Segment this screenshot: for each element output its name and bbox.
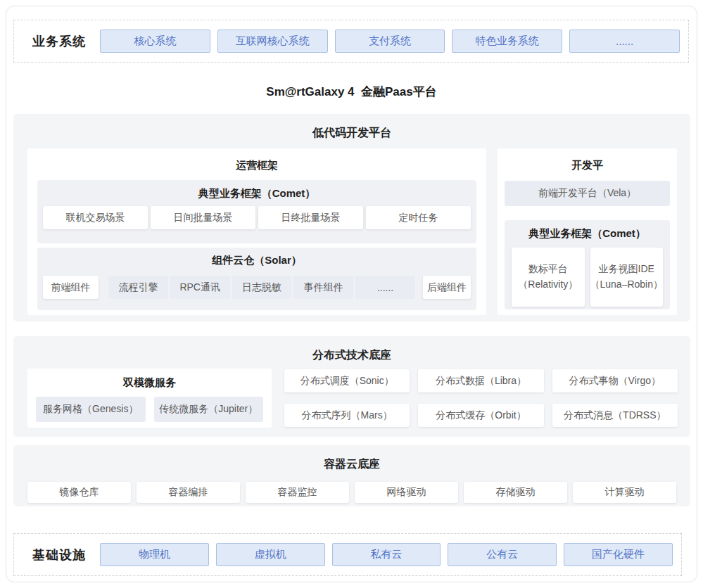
infrastructure-label: 基础设施 [14,547,100,563]
business-system-special[interactable]: 特色业务系统 [452,30,562,53]
infrastructure-bar: 基础设施 物理机 虚拟机 私有云 公有云 国产化硬件 [13,533,682,576]
business-systems-label: 业务系统 [14,33,100,50]
infra-public-cloud[interactable]: 公有云 [448,543,557,566]
svc-scheduler-sonic[interactable]: 分布式调度（Sonic） [284,369,410,392]
svc-sequence-mars[interactable]: 分布式序列（Mars） [284,404,410,427]
infrastructure-buttons: 物理机 虚拟机 私有云 公有云 国产化硬件 [100,543,673,566]
low-code-platform-panel: 低代码开发平台 运营框架 典型业务框架（Comet） 联机交易场景 日间批量场景… [13,114,690,321]
solar-warehouse-box: 组件云仓（Solar） 前端组件 流程引擎 RPC通讯 日志脱敏 事件组件 ..… [37,248,476,310]
distributed-base-title: 分布式技术底座 [13,336,690,363]
dual-mode-title: 双模微服务 [27,369,272,390]
container-item-storage-driver[interactable]: 存储驱动 [464,482,567,503]
architecture-diagram: 业务系统 核心系统 互联网核心系统 支付系统 特色业务系统 ...... Sm@… [6,6,697,582]
dual-mode-microservices-box: 双模微服务 服务网格（Genesis） 传统微服务（Jupiter） [27,369,272,428]
business-system-core[interactable]: 核心系统 [100,30,210,53]
operation-framework-title: 运营框架 [27,148,486,172]
solar-item-more[interactable]: ...... [355,276,415,299]
dev-comet-box: 典型业务框架（Comet） 数标平台 （Relativity） 业务视图IDE … [505,220,670,309]
comet-item-online-trade[interactable]: 联机交易场景 [43,206,148,229]
container-item-orchestration[interactable]: 容器编排 [137,482,240,503]
container-item-image-registry[interactable]: 镜像仓库 [27,482,131,503]
dev-platform-box: 开发平 前端开发平台（Vela） 典型业务框架（Comet） 数标平台 （Rel… [498,148,677,315]
distributed-base-panel: 分布式技术底座 双模微服务 服务网格（Genesis） 传统微服务（Jupite… [13,336,690,437]
page-title: Sm@rtGalaxy 4 金融Paas平台 [6,84,697,100]
comet-framework-title: 典型业务框架（Comet） [37,180,476,200]
comet-framework-items: 联机交易场景 日间批量场景 日终批量场景 定时任务 [43,206,471,229]
infra-virtual-machine[interactable]: 虚拟机 [216,543,325,566]
solar-item-frontend-components[interactable]: 前端组件 [43,276,99,299]
operation-framework-box: 运营框架 典型业务框架（Comet） 联机交易场景 日间批量场景 日终批量场景 … [27,148,486,315]
solar-item-backend-components[interactable]: 后端组件 [423,276,471,299]
comet-item-endofday-batch[interactable]: 日终批量场景 [258,206,363,229]
dual-mode-items: 服务网格（Genesis） 传统微服务（Jupiter） [36,397,263,422]
dev-comet-title: 典型业务框架（Comet） [505,220,670,241]
svc-message-tdrss[interactable]: 分布式消息（TDRSS） [552,404,678,427]
card-relativity[interactable]: 数标平台 （Relativity） [512,248,585,307]
chip-traditional-microservice-jupiter[interactable]: 传统微服务（Jupiter） [154,397,264,422]
container-base-items: 镜像仓库 容器编排 容器监控 网络驱动 存储驱动 计算驱动 [27,482,676,503]
svc-data-libra[interactable]: 分布式数据（Libra） [418,369,543,392]
business-systems-bar: 业务系统 核心系统 互联网核心系统 支付系统 特色业务系统 ...... [13,20,689,63]
container-item-monitoring[interactable]: 容器监控 [246,482,349,503]
comet-item-scheduled-task[interactable]: 定时任务 [366,206,471,229]
container-item-compute-driver[interactable]: 计算驱动 [573,482,676,503]
distributed-services-grid: 分布式调度（Sonic） 分布式数据（Libra） 分布式事物（Virgo） 分… [284,369,678,427]
solar-item-log-masking[interactable]: 日志脱敏 [232,276,292,299]
dev-comet-cards: 数标平台 （Relativity） 业务视图IDE （Luna–Robin） [512,248,663,307]
comet-framework-box: 典型业务框架（Comet） 联机交易场景 日间批量场景 日终批量场景 定时任务 [37,180,476,243]
svc-cache-orbit[interactable]: 分布式缓存（Orbit） [418,404,543,427]
container-item-network-driver[interactable]: 网络驱动 [355,482,458,503]
solar-warehouse-title: 组件云仓（Solar） [37,248,476,267]
card-relativity-code: （Relativity） [518,277,578,293]
infra-domestic-hardware[interactable]: 国产化硬件 [564,543,673,566]
infra-private-cloud[interactable]: 私有云 [332,543,441,566]
solar-item-process-engine[interactable]: 流程引擎 [108,276,168,299]
chip-service-mesh-genesis[interactable]: 服务网格（Genesis） [36,397,146,422]
infra-physical-machine[interactable]: 物理机 [100,543,209,566]
business-system-internet-core[interactable]: 互联网核心系统 [217,30,328,53]
container-base-panel: 容器云底座 镜像仓库 容器编排 容器监控 网络驱动 存储驱动 计算驱动 [13,445,690,506]
card-relativity-name: 数标平台 [528,262,568,277]
svc-transaction-virgo[interactable]: 分布式事物（Virgo） [552,369,678,392]
vela-frontend-platform[interactable]: 前端开发平台（Vela） [505,181,670,206]
comet-item-daytime-batch[interactable]: 日间批量场景 [151,206,255,229]
business-system-payment[interactable]: 支付系统 [335,30,445,53]
card-luna-robin-name: 业务视图IDE [599,262,654,277]
solar-warehouse-items: 前端组件 流程引擎 RPC通讯 日志脱敏 事件组件 ...... 后端组件 [43,276,471,299]
card-luna-robin-code: （Luna–Robin） [590,277,664,293]
solar-item-event-components[interactable]: 事件组件 [293,276,353,299]
container-base-title: 容器云底座 [13,445,690,472]
low-code-platform-title: 低代码开发平台 [13,114,690,141]
business-system-more[interactable]: ...... [569,30,680,53]
solar-item-rpc[interactable]: RPC通讯 [170,276,230,299]
card-luna-robin[interactable]: 业务视图IDE （Luna–Robin） [590,248,664,307]
business-systems-buttons: 核心系统 互联网核心系统 支付系统 特色业务系统 ...... [100,30,680,53]
dev-platform-title: 开发平 [498,148,677,172]
